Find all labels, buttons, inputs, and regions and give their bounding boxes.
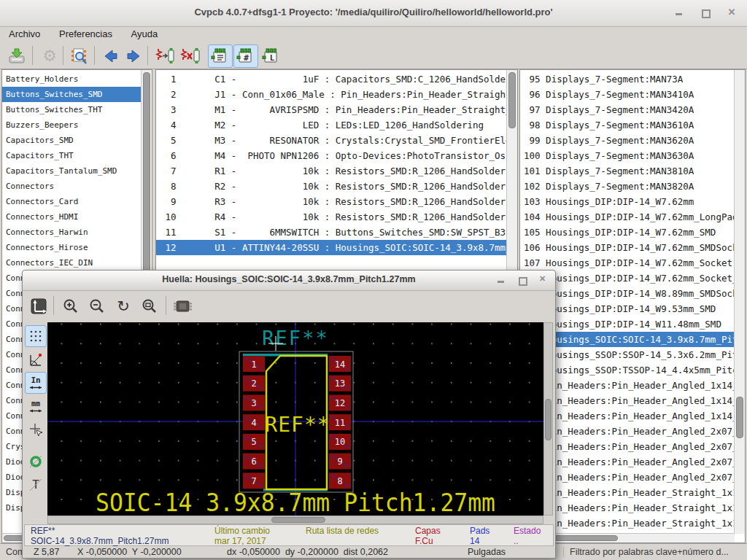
polar-coords-button[interactable]	[25, 349, 47, 370]
footprint-list-item[interactable]: 101 Displays_7-Segment:MAN3810A	[520, 163, 735, 179]
maximize-icon[interactable]	[700, 7, 711, 18]
viewer-maximize-icon[interactable]	[517, 275, 525, 283]
component-list-item[interactable]: 11 S1 - 6MMSWITCH : Buttons_Switches_SMD…	[156, 225, 507, 240]
configure-paths-button[interactable]: ⚙	[37, 44, 62, 68]
footprint-list-item[interactable]: 105 Housings_DIP:DIP-14_W7.62mm_SMD	[520, 225, 735, 240]
viewer-titlebar[interactable]: Huella: Housings_SOIC:SOIC-14_3.9x8.7mm_…	[23, 271, 555, 291]
zoom-fit-icon	[140, 297, 159, 316]
previous-component-button[interactable]	[98, 44, 123, 68]
viewer-close-icon[interactable]: ✕	[538, 275, 546, 283]
library-list-item[interactable]: Capacitors_SMD	[2, 133, 142, 148]
component-list-item[interactable]: 9 R3 - 10k : Resistors_SMD:R_1206_HandSo…	[156, 194, 507, 209]
footprint-list-item[interactable]: 102 Displays_7-Segment:MAN3820A	[520, 179, 735, 194]
component-list-item[interactable]: 5 M3 - RESONATOR : Crystals:Crystal_SMD_…	[156, 133, 507, 148]
info-netlist-label: Ruta lista de redes	[306, 526, 379, 536]
minimize-icon[interactable]	[674, 7, 684, 18]
status-zoom: Z 5,87	[34, 547, 59, 557]
library-list-item[interactable]: Connectors_HDMI	[2, 209, 142, 225]
pads-sketch-button[interactable]	[25, 451, 47, 472]
footprint-list-item[interactable]: 99 Displays_7-Segment:MAN3620A	[520, 133, 735, 148]
grid-toggle-button[interactable]	[25, 325, 47, 347]
library-list-item[interactable]: Capacitors_THT	[2, 148, 142, 163]
close-icon[interactable]: ✕	[727, 7, 737, 18]
units-mm-button[interactable]: mm	[25, 395, 47, 417]
library-list-item[interactable]: Buzzers_Beepers	[2, 117, 142, 133]
footprint-list-item[interactable]: 104 Housings_DIP:DIP-14_W7.62mm_LongPads	[520, 209, 735, 225]
set-origin-button[interactable]	[27, 295, 50, 318]
component-list-item[interactable]: 10 R4 - 10k : Resistors_SMD:R_1206_HandS…	[156, 209, 507, 225]
menu-ayuda[interactable]: Ayuda	[124, 27, 166, 41]
viewer-options-toolbar: In mm	[23, 322, 47, 514]
cvpcb-application: Cvpcb 4.0.7+dfsg1-1 Proyecto: '/media/qu…	[0, 0, 747, 560]
footprint-list-item[interactable]: 103 Housings_DIP:DIP-14_W7.62mm	[520, 194, 735, 209]
filter-by-keywords-button[interactable]	[208, 44, 233, 68]
library-list-item[interactable]: Capacitors_Tantalum_SMD	[2, 163, 142, 179]
footprint-list-item[interactable]: 95 Displays_7-Segment:MAN73A	[520, 71, 735, 87]
viewer-toolbar: ↻	[23, 290, 555, 322]
pad-number: 10	[335, 437, 345, 447]
component-list-item[interactable]: 2 J1 - Conn_01x06_Male : Pin_Headers:Pin…	[156, 87, 507, 102]
canvas-hscrollbar[interactable]	[47, 516, 543, 524]
filter-by-library-button[interactable]: L	[259, 44, 284, 68]
component-list-item[interactable]: 8 R2 - 10k : Resistors_SMD:R_1206_HandSo…	[156, 179, 507, 194]
info-netlist-value	[306, 536, 379, 546]
canvas-vscrollbar[interactable]	[543, 322, 553, 516]
cursor-shape-button[interactable]	[25, 419, 47, 440]
auto-associate-button[interactable]	[152, 44, 177, 68]
svg-text:In: In	[31, 376, 40, 385]
main-toolbar: ⚙	[0, 42, 747, 69]
viewer-minimize-icon[interactable]	[496, 275, 504, 283]
scrollbar-thumb[interactable]	[545, 399, 551, 440]
library-list-item[interactable]: Connectors_Harwin	[2, 225, 142, 240]
pad-number: 12	[335, 398, 345, 408]
svg-text:L: L	[270, 53, 275, 63]
footprint-list-item[interactable]: 106 Housings_DIP:DIP-14_W7.62mm_SMDSocke…	[520, 240, 735, 255]
info-last-change-label: Último cambio	[214, 526, 270, 536]
scrollbar-thumb[interactable]	[508, 72, 516, 128]
zoom-in-button[interactable]	[59, 295, 82, 318]
footprint-list-item[interactable]: 107 Housings_DIP:DIP-14_W7.62mm_Socket	[520, 255, 735, 271]
component-list-item[interactable]: 4 M2 - LED : LEDs:LED_1206_HandSoldering	[156, 117, 507, 133]
filter-by-pincount-button[interactable]: #	[233, 44, 258, 68]
library-list-item[interactable]: Battery_Holders	[2, 71, 142, 87]
component-list-item[interactable]: 1 C1 - 1uF : Capacitors_SMD:C_1206_HandS…	[156, 71, 507, 87]
library-list-item[interactable]: Connectors	[2, 179, 142, 194]
component-list-item[interactable]: 6 M4 - PHOTO NPN1206 : Opto-Devices:Phot…	[156, 148, 507, 163]
component-list-item[interactable]: 3 M1 - AVRISPSMD : Pin_Headers:Pin_Heade…	[156, 102, 507, 117]
next-component-button[interactable]	[121, 44, 146, 68]
delete-associations-button[interactable]	[178, 44, 203, 68]
footprint-canvas[interactable]: 1234567141312111098 REF** REF** SOIC-14 …	[47, 322, 543, 516]
footprint-library-browser-button[interactable]	[67, 44, 92, 68]
library-list-item[interactable]: Connectors_Card	[2, 194, 142, 209]
forward-arrow-icon	[124, 47, 143, 66]
component-list-item[interactable]: 12 U1 - ATTINY44-20SSU : Housings_SOIC:S…	[156, 240, 507, 255]
library-list-item[interactable]: Connectors_Hirose	[2, 240, 142, 255]
footprint-list-item[interactable]: 96 Displays_7-Segment:MAN3410A	[520, 87, 735, 102]
texts-sketch-button[interactable]: T	[25, 474, 47, 496]
menubar: Archivo Preferencias Ayuda	[0, 27, 747, 42]
component-list-item[interactable]: 7 R1 - 10k : Resistors_SMD:R_1206_HandSo…	[156, 163, 507, 179]
save-button[interactable]	[4, 44, 29, 68]
footprint-list-item[interactable]: 98 Displays_7-Segment:MAN3610A	[520, 117, 735, 133]
footprint-list-item[interactable]: 97 Displays_7-Segment:MAN3420A	[520, 102, 735, 117]
scrollbar-thumb[interactable]	[271, 517, 325, 523]
main-titlebar: Cvpcb 4.0.7+dfsg1-1 Proyecto: '/media/qu…	[0, 0, 747, 27]
pad-number: 2	[251, 378, 256, 389]
library-list-item[interactable]: Buttons_Switches_THT	[2, 102, 142, 117]
units-inches-button[interactable]: In	[25, 372, 47, 394]
menu-archivo[interactable]: Archivo	[1, 27, 47, 41]
scrollbar-thumb[interactable]	[736, 397, 743, 438]
library-list-item[interactable]: Connectors_IEC_DIN	[2, 255, 142, 271]
scrollbar-thumb[interactable]	[554, 535, 618, 541]
library-list-item[interactable]: Buttons_Switches_SMD	[2, 87, 142, 102]
polar-coords-icon	[27, 351, 44, 368]
footprint-list-vscrollbar[interactable]	[734, 70, 745, 534]
info-last-change-value: mar 17, 2017	[214, 536, 270, 546]
menu-preferencias[interactable]: Preferencias	[52, 27, 120, 41]
zoom-fit-button[interactable]	[138, 295, 161, 318]
window-title: Cvpcb 4.0.7+dfsg1-1 Proyecto: '/media/qu…	[0, 7, 747, 18]
zoom-out-button[interactable]	[85, 295, 109, 318]
footprint-list-item[interactable]: 100 Displays_7-Segment:MAN3630A	[520, 148, 735, 163]
show-3d-viewer-button[interactable]	[171, 295, 195, 318]
redraw-view-button[interactable]: ↻	[112, 295, 135, 318]
